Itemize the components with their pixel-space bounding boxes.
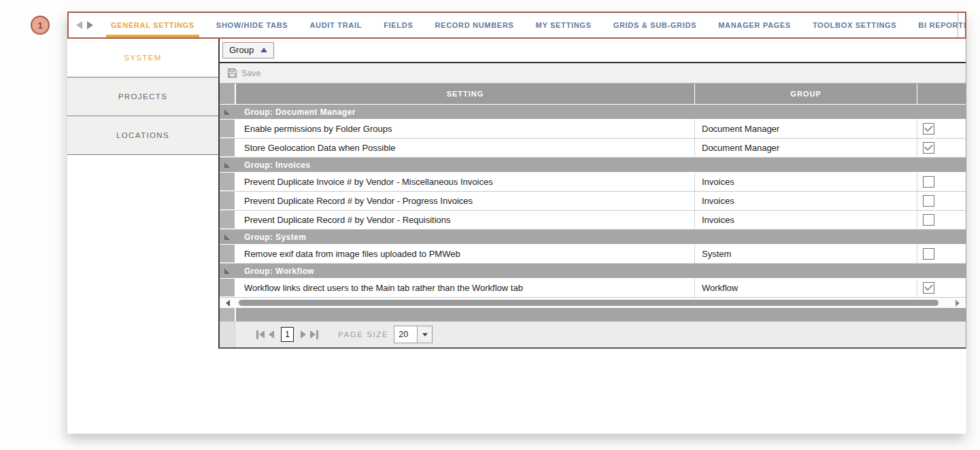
sidebar-item-locations[interactable]: LOCATIONS bbox=[67, 116, 218, 155]
row-handle[interactable] bbox=[220, 120, 236, 138]
settings-tab-bar: GENERAL SETTINGSSHOW/HIDE TABSAUDIT TRAI… bbox=[67, 12, 966, 39]
tab-grids-sub-grids[interactable]: GRIDS & SUB-GRIDS bbox=[603, 13, 708, 37]
group-header-row-group-document-manager[interactable]: Group: Document Manager bbox=[220, 105, 966, 120]
annotation-marker-1: 1 bbox=[31, 16, 50, 35]
tab-list: GENERAL SETTINGSSHOW/HIDE TABSAUDIT TRAI… bbox=[100, 13, 965, 37]
setting-checkbox[interactable] bbox=[923, 142, 934, 154]
scrollbar-thumb[interactable] bbox=[239, 300, 939, 306]
row-handle[interactable] bbox=[220, 139, 236, 157]
grid-body: Group: Document ManagerEnable permission… bbox=[220, 105, 966, 298]
setting-cell: Prevent Duplicate Record # by Vendor - P… bbox=[236, 192, 694, 210]
horizontal-scrollbar[interactable] bbox=[220, 298, 966, 308]
group-cell: Invoices bbox=[694, 173, 917, 191]
row-handle[interactable] bbox=[220, 192, 236, 210]
group-header-label: Group: Invoices bbox=[235, 160, 310, 170]
group-collapse-cell[interactable] bbox=[220, 109, 235, 115]
scroll-left-icon[interactable] bbox=[226, 300, 230, 307]
chevron-left-icon[interactable] bbox=[76, 21, 82, 29]
last-page-button[interactable] bbox=[310, 330, 318, 339]
tab-show-hide-tabs[interactable]: SHOW/HIDE TABS bbox=[205, 13, 299, 37]
checkbox-cell bbox=[917, 211, 966, 229]
tab-scroll-controls bbox=[69, 13, 100, 37]
group-cell: Document Manager bbox=[694, 139, 917, 157]
pager-handle-cell bbox=[220, 322, 235, 347]
row-handle[interactable] bbox=[220, 211, 236, 229]
checkbox-cell bbox=[917, 173, 966, 191]
group-header-label: Group: Workflow bbox=[235, 266, 314, 276]
row-handle[interactable] bbox=[220, 279, 236, 297]
group-cell: Invoices bbox=[694, 192, 917, 210]
checkbox-cell bbox=[917, 279, 966, 297]
tab-my-settings[interactable]: MY SETTINGS bbox=[525, 13, 603, 37]
tab-record-numbers[interactable]: RECORD NUMBERS bbox=[424, 13, 524, 37]
grid-footer-filler bbox=[220, 308, 966, 322]
tab-audit-trail[interactable]: AUDIT TRAIL bbox=[299, 13, 373, 37]
sidebar-item-system[interactable]: SYSTEM bbox=[67, 39, 218, 77]
save-button-label: Save bbox=[241, 69, 261, 78]
setting-cell: Prevent Duplicate Invoice # by Vendor - … bbox=[236, 173, 694, 191]
group-cell: Invoices bbox=[694, 211, 917, 229]
group-collapse-cell[interactable] bbox=[220, 162, 235, 168]
last-page-icon bbox=[310, 330, 316, 339]
column-header-group[interactable]: GROUP bbox=[694, 84, 917, 104]
sidebar-item-projects[interactable]: PROJECTS bbox=[67, 77, 218, 116]
first-page-button[interactable] bbox=[256, 330, 265, 339]
tab-general-settings[interactable]: GENERAL SETTINGS bbox=[100, 13, 205, 37]
setting-checkbox[interactable] bbox=[923, 282, 934, 294]
column-header-setting[interactable]: SETTING bbox=[236, 84, 694, 104]
page-size-dropdown-button[interactable] bbox=[417, 326, 432, 343]
next-page-icon bbox=[301, 330, 306, 339]
group-collapse-cell[interactable] bbox=[220, 269, 235, 274]
setting-cell: Enable permissions by Folder Groups bbox=[236, 120, 694, 138]
group-by-field-label: Group bbox=[229, 45, 254, 55]
first-page-icon bbox=[256, 330, 258, 339]
table-row: Store Geolocation Data when PossibleDocu… bbox=[220, 139, 966, 158]
save-button[interactable]: Save bbox=[227, 68, 261, 78]
last-page-icon-bar bbox=[316, 330, 318, 339]
settings-grid-panel: Group Save SETTING GROUP bbox=[218, 39, 966, 349]
group-header-row-group-system[interactable]: Group: System bbox=[220, 230, 966, 245]
next-page-button[interactable] bbox=[301, 330, 306, 339]
row-handle[interactable] bbox=[220, 173, 236, 191]
row-handle[interactable] bbox=[220, 245, 236, 263]
group-by-bar: Group bbox=[220, 39, 966, 63]
checkbox-cell bbox=[917, 245, 966, 263]
prev-page-button[interactable] bbox=[269, 330, 274, 339]
setting-cell: Workflow links direct users to the Main … bbox=[236, 279, 694, 297]
collapse-triangle-icon bbox=[224, 162, 230, 168]
checkbox-cell bbox=[917, 139, 966, 157]
setting-checkbox[interactable] bbox=[923, 123, 934, 135]
setting-checkbox[interactable] bbox=[923, 195, 934, 207]
pager-bar: 1 PAGE SIZE 20 bbox=[220, 322, 966, 347]
pager-controls: 1 bbox=[256, 327, 318, 342]
setting-cell: Remove exif data from image files upload… bbox=[236, 245, 694, 263]
current-page-indicator[interactable]: 1 bbox=[281, 327, 294, 342]
group-collapse-cell[interactable] bbox=[220, 235, 235, 240]
setting-cell: Prevent Duplicate Record # by Vendor - R… bbox=[236, 211, 694, 229]
table-row: Prevent Duplicate Invoice # by Vendor - … bbox=[220, 173, 966, 192]
column-header-checkbox bbox=[917, 84, 966, 104]
tab-fields[interactable]: FIELDS bbox=[373, 13, 424, 37]
setting-checkbox[interactable] bbox=[923, 176, 934, 188]
settings-window: GENERAL SETTINGSSHOW/HIDE TABSAUDIT TRAI… bbox=[67, 12, 966, 434]
tab-manager-pages[interactable]: MANAGER PAGES bbox=[707, 13, 802, 37]
group-header-row-group-invoices[interactable]: Group: Invoices bbox=[220, 158, 966, 173]
first-page-icon-arrow bbox=[259, 330, 265, 339]
chevron-right-icon[interactable] bbox=[87, 21, 93, 29]
tab-toolbox-settings[interactable]: TOOLBOX SETTINGS bbox=[802, 13, 907, 37]
setting-checkbox[interactable] bbox=[923, 214, 934, 226]
group-by-chip[interactable]: Group bbox=[222, 42, 274, 58]
grid-toolbar: Save bbox=[220, 63, 966, 84]
prev-page-icon bbox=[269, 330, 274, 339]
floppy-disk-icon bbox=[227, 68, 237, 78]
sort-ascending-icon bbox=[260, 48, 267, 52]
group-header-row-group-workflow[interactable]: Group: Workflow bbox=[220, 264, 966, 279]
setting-checkbox[interactable] bbox=[923, 248, 934, 260]
page-size-dropdown[interactable]: 20 bbox=[394, 326, 433, 343]
scroll-right-icon[interactable] bbox=[956, 300, 960, 307]
group-cell: System bbox=[694, 245, 917, 263]
settings-sidebar: SYSTEMPROJECTSLOCATIONS bbox=[67, 39, 218, 155]
group-header-label: Group: System bbox=[235, 232, 306, 242]
collapse-triangle-icon bbox=[224, 235, 230, 240]
annotation-number: 1 bbox=[37, 20, 42, 31]
